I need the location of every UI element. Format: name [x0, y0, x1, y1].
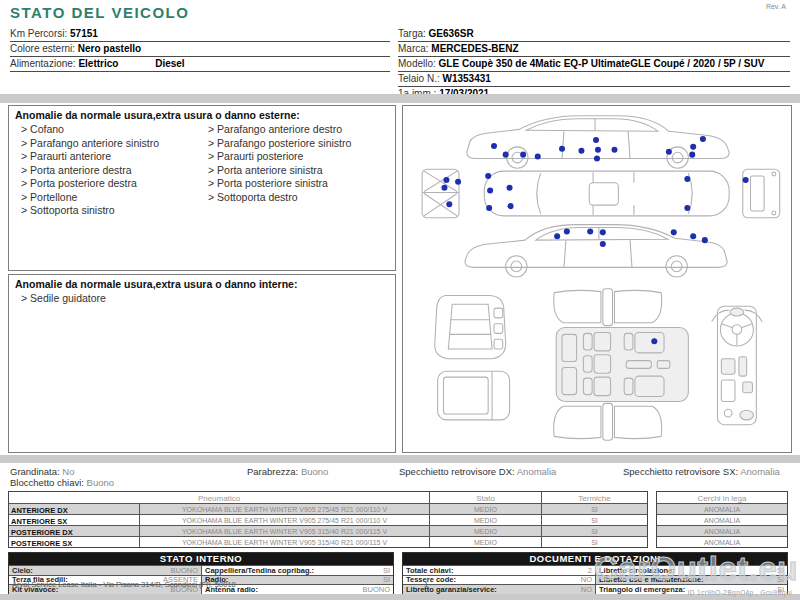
anomaly-item: Porta anteriore sinistra: [202, 164, 389, 178]
damage-marker: [594, 156, 600, 162]
damage-marker: [487, 188, 493, 194]
damage-marker: [611, 147, 617, 153]
damage-marker: [684, 205, 690, 211]
field-targa: Targa: GE636SR: [398, 27, 790, 42]
anomaly-item: Parafango posteriore sinistro: [202, 137, 389, 151]
damage-marker: [507, 185, 513, 191]
cerchi-table: Cerchi in lega ANOMALIA ANOMALIA ANOMALI…: [656, 491, 788, 548]
interior-anomalies-box: Anomalie da normale usura,extra usura o …: [8, 274, 396, 453]
damage-marker: [600, 241, 606, 247]
field-colore: Colore esterni: Nero pastello: [10, 42, 390, 57]
table-row: Totale chiavi:2 Libretto circolazione:SI: [403, 565, 787, 575]
field-prima-immatricolazione: 1a imm.: 17/03/2021: [398, 87, 790, 94]
damage-marker: [441, 185, 447, 191]
anomaly-item: Parafango anteriore sinistro: [15, 137, 202, 151]
footer-page-number: 1: [424, 580, 428, 589]
tyre-row-anteriore-dx: ANTERIORE DX YOKOHAMA BLUE EARTH WINTER …: [9, 503, 647, 514]
tyre-table-header: Pneumatico Stato Termiche: [9, 492, 647, 503]
interior-anomalies-title: Anomalie da normale usura,extra usura o …: [15, 278, 389, 290]
summary-specchietto-sx: Specchietto retrovisore SX: Anomalia: [623, 466, 780, 477]
anomaly-item: Sedile guidatore: [15, 292, 202, 306]
damage-marker: [503, 152, 509, 158]
damage-marker: [684, 176, 690, 182]
anomaly-item: Cofano: [15, 123, 202, 137]
damage-marker: [700, 136, 706, 142]
damage-marker: [535, 154, 541, 160]
damage-marker: [554, 233, 560, 239]
field-marca: Marca: MERCEDES-BENZ: [398, 42, 790, 57]
damage-marker: [446, 201, 452, 207]
anomaly-item: Parafango anteriore destro: [202, 123, 389, 137]
damage-marker: [559, 146, 565, 152]
exterior-anomalies-box: Anomalie da normale usura,extra usura o …: [8, 105, 396, 271]
damage-marker: [690, 144, 696, 150]
damage-marker: [689, 152, 695, 158]
damage-marker: [690, 233, 696, 239]
damage-marker: [520, 152, 526, 158]
col-header-termiche: Termiche: [541, 492, 647, 503]
anomaly-item: Paraurti posteriore: [202, 150, 389, 164]
anomaly-item: Paraurti anteriore: [15, 150, 202, 164]
anomaly-item: Sottoporta destro: [202, 191, 389, 205]
field-alimentazione: Alimentazione: Elettrico Diesel: [10, 57, 390, 72]
table-row: Tessere code:NO Libretto uso e manutenzi…: [403, 575, 787, 585]
damage-marker: [651, 338, 657, 344]
footer-company-address: Arval Service Lease Italia - Via Pisana …: [12, 580, 236, 589]
exterior-diagram: [405, 108, 789, 279]
interior-diagram: [405, 279, 789, 450]
col-header-pneumatico: Pneumatico: [9, 492, 429, 503]
stato-interno-table: STATO INTERNO Cielo:BUONO Cappelliera/Te…: [8, 552, 394, 600]
exterior-anomalies-col2: Parafango anteriore destro Parafango pos…: [202, 123, 389, 218]
condition-summary: Grandinata: No Parabrezza: Buono Specchi…: [0, 463, 800, 488]
vehicle-identity-fields: Targa: GE636SR Marca: MERCEDES-BENZ Mode…: [398, 27, 790, 94]
tyre-row-anteriore-sx: ANTERIORE SX YOKOHAMA BLUE EARTH WINTER …: [9, 514, 647, 525]
section-divider: [0, 94, 800, 103]
field-telaio: Telaio N.: W1353431: [398, 72, 790, 87]
documenti-title: DOCUMENTI E DOTAZIONI: [403, 553, 787, 565]
damage-marker: [593, 137, 599, 143]
damage-marker: [702, 237, 708, 243]
damage-marker: [486, 205, 492, 211]
summary-specchietto-dx: Specchietto retrovisore DX: Anomalia: [399, 466, 623, 477]
anomaly-item: Portellone: [15, 191, 202, 205]
damage-marker: [600, 229, 606, 235]
page-bottom-edge: [0, 594, 800, 600]
damage-marker: [491, 143, 497, 149]
anomaly-item: Porta posteriore destra: [15, 177, 202, 191]
damage-marker: [587, 228, 593, 234]
table-row: Cielo:BUONO Cappelliera/Tendina copribag…: [9, 565, 393, 575]
damage-marker: [743, 177, 749, 183]
damage-marker: [455, 179, 461, 185]
section-divider: [0, 455, 800, 463]
vehicle-usage-fields: Km Percorsi: 57151 Colore esterni: Nero …: [10, 27, 390, 94]
col-header-stato: Stato: [429, 492, 541, 503]
damage-marker: [671, 229, 677, 235]
interior-anomalies-list: Sedile guidatore: [15, 292, 202, 306]
exterior-anomalies-title: Anomalie da normale usura,extra usura o …: [15, 109, 389, 121]
summary-grandinata: Grandinata: No: [10, 466, 247, 477]
damage-marker: [564, 228, 570, 234]
damage-marker: [443, 177, 449, 183]
summary-blocchetto-chiavi: Blocchetto chiavi: Buono: [10, 477, 114, 488]
damage-marker: [578, 148, 584, 154]
summary-parabrezza: Parabrezza: Buono: [247, 466, 399, 477]
tyre-row-posteriore-sx: POSTERIORE SX YOKOHAMA BLUE EARTH WINTER…: [9, 536, 647, 547]
damage-marker: [666, 149, 672, 155]
field-km: Km Percorsi: 57151: [10, 27, 390, 42]
document-id: ID 1cr9hO-2BqnO4p , Gcu9Bqnl: [688, 589, 792, 596]
field-modello: Modello: GLE Coupè 350 de 4Matic EQ-P Ul…: [398, 57, 790, 72]
anomaly-item: Porta posteriore sinistra: [202, 177, 389, 191]
damage-marker: [485, 173, 491, 179]
damage-marker: [508, 203, 514, 209]
revision-label: Rev. A: [766, 3, 786, 10]
tyre-row-posteriore-dx: POSTERIORE DX YOKOHAMA BLUE EARTH WINTER…: [9, 525, 647, 536]
page-title: STATO DEL VEICOLO: [10, 4, 790, 21]
stato-interno-title: STATO INTERNO: [9, 553, 393, 565]
damage-marker: [595, 147, 601, 153]
damage-diagram-box: [402, 105, 792, 453]
report-header: STATO DEL VEICOLO Rev. A Km Percorsi: 57…: [0, 0, 800, 94]
anomaly-item: Sottoporta sinistro: [15, 204, 202, 218]
exterior-anomalies-col1: Cofano Parafango anteriore sinistro Para…: [15, 123, 202, 218]
tyre-table: Pneumatico Stato Termiche ANTERIORE DX Y…: [8, 491, 792, 548]
col-header-cerchi: Cerchi in lega: [657, 492, 787, 503]
